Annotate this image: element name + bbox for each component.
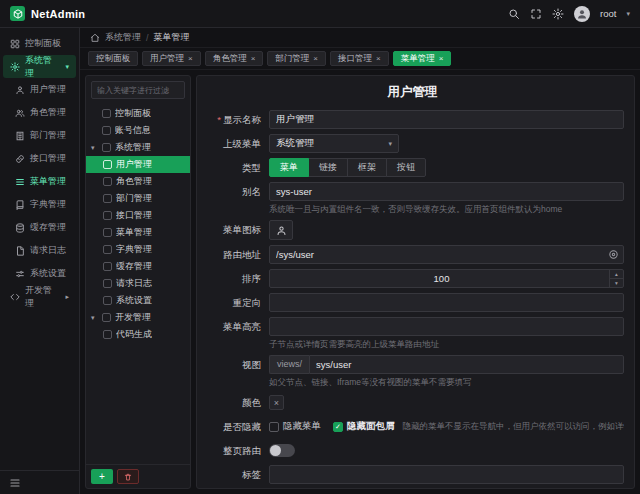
chevron-down-icon[interactable]: ▾	[626, 10, 630, 18]
tree-node-settings[interactable]: 系统设置	[86, 292, 190, 309]
sidebar-item-settings[interactable]: 系统设置	[3, 262, 76, 285]
route-picker-icon[interactable]	[608, 249, 619, 260]
form-row-redirect: 重定向	[201, 293, 624, 312]
sidebar-item-cache[interactable]: 缓存管理	[3, 216, 76, 239]
breadcrumb-item-current: 菜单管理	[154, 31, 190, 44]
sidebar-item-dictionaries[interactable]: 字典管理	[3, 193, 76, 216]
checkbox[interactable]	[102, 143, 111, 152]
checkbox[interactable]	[103, 228, 112, 237]
field-label: 菜单高亮	[201, 317, 269, 336]
menu-form-panel: 用户管理 *显示名称 上级菜单 系统管理 ▾ 类型	[196, 75, 635, 489]
sidebar-item-users[interactable]: 用户管理	[3, 78, 76, 101]
tree-node-codegen[interactable]: 代码生成	[86, 326, 190, 343]
tab-users[interactable]: 用户管理 ×	[142, 51, 201, 66]
checkbox[interactable]	[103, 330, 112, 339]
highlight-input[interactable]	[269, 317, 624, 336]
form-row-tag: 标签	[201, 465, 624, 484]
checkbox[interactable]	[103, 194, 112, 203]
alias-input[interactable]	[269, 182, 624, 201]
breadcrumb-item[interactable]: 系统管理	[105, 31, 141, 44]
tree-node-account[interactable]: 账号信息	[86, 122, 190, 139]
users-group-icon	[15, 108, 25, 118]
add-menu-button[interactable]: +	[91, 469, 113, 484]
stepper-down-icon[interactable]: ▾	[610, 279, 623, 287]
sidebar-item-label: 字典管理	[30, 198, 66, 211]
display-name-input[interactable]	[269, 110, 624, 129]
tree-node-departments[interactable]: 部门管理	[86, 190, 190, 207]
color-picker[interactable]: ×	[269, 395, 284, 410]
sliders-icon	[15, 269, 25, 279]
checkbox[interactable]	[103, 160, 112, 169]
sidebar-item-dashboard[interactable]: 控制面板	[3, 32, 76, 55]
checkbox[interactable]	[103, 296, 112, 305]
close-icon[interactable]: ×	[313, 55, 318, 63]
sidebar-item-development[interactable]: 开发管理 ▸	[3, 285, 76, 308]
type-option-iframe[interactable]: 框架	[347, 158, 387, 177]
user-icon	[276, 225, 287, 236]
delete-menu-button[interactable]	[117, 469, 139, 484]
tree-node-development[interactable]: ▾ 开发管理	[86, 309, 190, 326]
tab-menus-active[interactable]: 菜单管理 ×	[393, 51, 452, 66]
search-icon[interactable]	[508, 8, 520, 20]
sidebar-footer	[0, 470, 79, 494]
type-option-link[interactable]: 链接	[308, 158, 348, 177]
checkbox[interactable]	[103, 262, 112, 271]
fullscreen-icon[interactable]	[530, 8, 542, 20]
checkbox[interactable]	[102, 109, 111, 118]
caret-down-icon[interactable]: ▾	[91, 144, 98, 152]
sidebar-item-menus[interactable]: 菜单管理	[3, 170, 76, 193]
route-path-input[interactable]	[269, 245, 624, 264]
sidebar-item-apis[interactable]: 接口管理	[3, 147, 76, 170]
sidebar: 控制面板 系统管理 ▾ 用户管理 角色管理 部门管理 接口管理	[0, 28, 80, 494]
tag-input[interactable]	[269, 465, 624, 484]
hide-menu-checkbox[interactable]	[269, 422, 279, 432]
tree-node-system[interactable]: ▾ 系统管理	[86, 139, 190, 156]
checkbox[interactable]	[102, 313, 111, 322]
avatar[interactable]	[574, 6, 590, 22]
close-icon[interactable]: ×	[376, 55, 381, 63]
tree-node-dashboard[interactable]: 控制面板	[86, 105, 190, 122]
sidebar-item-departments[interactable]: 部门管理	[3, 124, 76, 147]
field-label: 整页路由	[201, 441, 269, 460]
tree-node-request-logs[interactable]: 请求日志	[86, 275, 190, 292]
view-input[interactable]	[309, 355, 624, 374]
gear-icon	[10, 62, 20, 72]
sort-number-input[interactable]	[269, 269, 624, 288]
field-label: 类型	[201, 158, 269, 177]
close-icon[interactable]: ×	[439, 55, 444, 63]
tab-dashboard[interactable]: 控制面板	[88, 51, 138, 66]
tree-node-dictionaries[interactable]: 字典管理	[86, 241, 190, 258]
username[interactable]: root	[600, 8, 616, 19]
sidebar-item-roles[interactable]: 角色管理	[3, 101, 76, 124]
stepper-up-icon[interactable]: ▴	[610, 270, 623, 279]
type-option-button[interactable]: 按钮	[386, 158, 426, 177]
type-option-menu[interactable]: 菜单	[269, 158, 309, 177]
tree-node-users-selected[interactable]: 用户管理	[86, 156, 190, 173]
caret-down-icon[interactable]: ▾	[91, 314, 98, 322]
parent-menu-select[interactable]: 系统管理 ▾	[269, 134, 399, 153]
checkbox[interactable]	[103, 177, 112, 186]
tree-node-roles[interactable]: 角色管理	[86, 173, 190, 190]
tab-apis[interactable]: 接口管理 ×	[330, 51, 389, 66]
tree-node-menus[interactable]: 菜单管理	[86, 224, 190, 241]
collapse-sidebar-icon[interactable]	[9, 477, 21, 489]
tab-roles[interactable]: 角色管理 ×	[205, 51, 264, 66]
tree-node-apis[interactable]: 接口管理	[86, 207, 190, 224]
checkbox[interactable]	[102, 126, 111, 135]
full-page-toggle[interactable]	[269, 444, 295, 457]
checkbox[interactable]	[103, 279, 112, 288]
tree-filter-input[interactable]	[91, 81, 185, 99]
chevron-down-icon: ▾	[388, 140, 392, 148]
sidebar-item-system[interactable]: 系统管理 ▾	[3, 55, 76, 78]
settings-gear-icon[interactable]	[552, 8, 564, 20]
checkbox[interactable]	[103, 211, 112, 220]
tree-node-cache[interactable]: 缓存管理	[86, 258, 190, 275]
sidebar-item-request-logs[interactable]: 请求日志	[3, 239, 76, 262]
tab-departments[interactable]: 部门管理 ×	[267, 51, 326, 66]
redirect-input[interactable]	[269, 293, 624, 312]
close-icon[interactable]: ×	[251, 55, 256, 63]
close-icon[interactable]: ×	[188, 55, 193, 63]
menu-icon-picker[interactable]	[269, 220, 293, 240]
checkbox[interactable]	[103, 245, 112, 254]
hide-breadcrumb-checkbox[interactable]: ✓	[333, 422, 343, 432]
